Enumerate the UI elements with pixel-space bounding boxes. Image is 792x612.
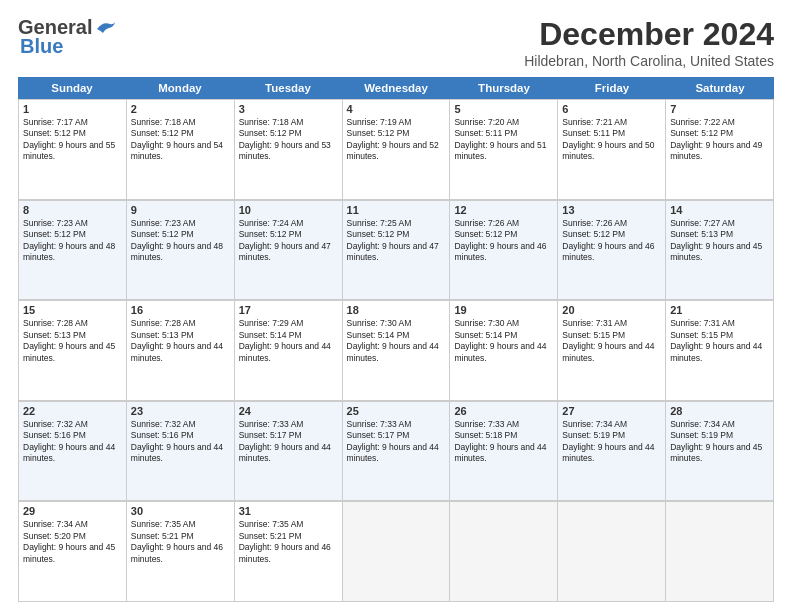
day-number: 23 [131,405,230,417]
calendar: SundayMondayTuesdayWednesdayThursdayFrid… [18,77,774,602]
day-cell-30: 30Sunrise: 7:35 AMSunset: 5:21 PMDayligh… [127,502,235,602]
empty-cell [450,502,558,602]
day-number: 8 [23,204,122,216]
month-title: December 2024 [524,16,774,53]
day-number: 14 [670,204,769,216]
day-cell-23: 23Sunrise: 7:32 AMSunset: 5:16 PMDayligh… [127,402,235,502]
day-number: 7 [670,103,769,115]
day-cell-5: 5Sunrise: 7:20 AMSunset: 5:11 PMDaylight… [450,100,558,200]
day-cell-24: 24Sunrise: 7:33 AMSunset: 5:17 PMDayligh… [235,402,343,502]
cell-info: Sunrise: 7:35 AMSunset: 5:21 PMDaylight:… [239,519,338,565]
cell-info: Sunrise: 7:33 AMSunset: 5:17 PMDaylight:… [347,419,446,465]
day-cell-1: 1Sunrise: 7:17 AMSunset: 5:12 PMDaylight… [19,100,127,200]
cell-info: Sunrise: 7:33 AMSunset: 5:17 PMDaylight:… [239,419,338,465]
cell-info: Sunrise: 7:29 AMSunset: 5:14 PMDaylight:… [239,318,338,364]
calendar-header: SundayMondayTuesdayWednesdayThursdayFrid… [18,77,774,99]
header-day-monday: Monday [126,77,234,99]
cell-info: Sunrise: 7:18 AMSunset: 5:12 PMDaylight:… [239,117,338,163]
cell-info: Sunrise: 7:26 AMSunset: 5:12 PMDaylight:… [454,218,553,264]
day-number: 16 [131,304,230,316]
cell-info: Sunrise: 7:20 AMSunset: 5:11 PMDaylight:… [454,117,553,163]
day-cell-29: 29Sunrise: 7:34 AMSunset: 5:20 PMDayligh… [19,502,127,602]
cell-info: Sunrise: 7:31 AMSunset: 5:15 PMDaylight:… [670,318,769,364]
title-block: December 2024 Hildebran, North Carolina,… [524,16,774,69]
day-cell-31: 31Sunrise: 7:35 AMSunset: 5:21 PMDayligh… [235,502,343,602]
day-number: 20 [562,304,661,316]
calendar-row-4: 22Sunrise: 7:32 AMSunset: 5:16 PMDayligh… [18,401,774,502]
day-number: 27 [562,405,661,417]
day-cell-27: 27Sunrise: 7:34 AMSunset: 5:19 PMDayligh… [558,402,666,502]
header-day-thursday: Thursday [450,77,558,99]
cell-info: Sunrise: 7:27 AMSunset: 5:13 PMDaylight:… [670,218,769,264]
cell-info: Sunrise: 7:23 AMSunset: 5:12 PMDaylight:… [131,218,230,264]
cell-info: Sunrise: 7:23 AMSunset: 5:12 PMDaylight:… [23,218,122,264]
cell-info: Sunrise: 7:17 AMSunset: 5:12 PMDaylight:… [23,117,122,163]
cell-info: Sunrise: 7:26 AMSunset: 5:12 PMDaylight:… [562,218,661,264]
cell-info: Sunrise: 7:32 AMSunset: 5:16 PMDaylight:… [23,419,122,465]
cell-info: Sunrise: 7:30 AMSunset: 5:14 PMDaylight:… [347,318,446,364]
day-number: 22 [23,405,122,417]
cell-info: Sunrise: 7:33 AMSunset: 5:18 PMDaylight:… [454,419,553,465]
empty-cell [343,502,451,602]
day-number: 5 [454,103,553,115]
day-cell-8: 8Sunrise: 7:23 AMSunset: 5:12 PMDaylight… [19,201,127,301]
logo-blue: Blue [20,35,63,58]
day-number: 4 [347,103,446,115]
location: Hildebran, North Carolina, United States [524,53,774,69]
day-number: 3 [239,103,338,115]
day-cell-28: 28Sunrise: 7:34 AMSunset: 5:19 PMDayligh… [666,402,774,502]
cell-info: Sunrise: 7:28 AMSunset: 5:13 PMDaylight:… [131,318,230,364]
day-cell-19: 19Sunrise: 7:30 AMSunset: 5:14 PMDayligh… [450,301,558,401]
cell-info: Sunrise: 7:25 AMSunset: 5:12 PMDaylight:… [347,218,446,264]
header: General Blue December 2024 Hildebran, No… [18,16,774,69]
empty-cell [558,502,666,602]
day-cell-10: 10Sunrise: 7:24 AMSunset: 5:12 PMDayligh… [235,201,343,301]
day-number: 31 [239,505,338,517]
day-number: 30 [131,505,230,517]
day-cell-15: 15Sunrise: 7:28 AMSunset: 5:13 PMDayligh… [19,301,127,401]
day-number: 19 [454,304,553,316]
day-cell-18: 18Sunrise: 7:30 AMSunset: 5:14 PMDayligh… [343,301,451,401]
day-number: 21 [670,304,769,316]
day-cell-7: 7Sunrise: 7:22 AMSunset: 5:12 PMDaylight… [666,100,774,200]
day-number: 25 [347,405,446,417]
cell-info: Sunrise: 7:35 AMSunset: 5:21 PMDaylight:… [131,519,230,565]
day-cell-9: 9Sunrise: 7:23 AMSunset: 5:12 PMDaylight… [127,201,235,301]
calendar-row-3: 15Sunrise: 7:28 AMSunset: 5:13 PMDayligh… [18,300,774,401]
day-cell-12: 12Sunrise: 7:26 AMSunset: 5:12 PMDayligh… [450,201,558,301]
cell-info: Sunrise: 7:18 AMSunset: 5:12 PMDaylight:… [131,117,230,163]
day-cell-6: 6Sunrise: 7:21 AMSunset: 5:11 PMDaylight… [558,100,666,200]
day-number: 29 [23,505,122,517]
cell-info: Sunrise: 7:31 AMSunset: 5:15 PMDaylight:… [562,318,661,364]
cell-info: Sunrise: 7:34 AMSunset: 5:19 PMDaylight:… [670,419,769,465]
calendar-body: 1Sunrise: 7:17 AMSunset: 5:12 PMDaylight… [18,99,774,602]
cell-info: Sunrise: 7:34 AMSunset: 5:19 PMDaylight:… [562,419,661,465]
day-cell-26: 26Sunrise: 7:33 AMSunset: 5:18 PMDayligh… [450,402,558,502]
day-number: 1 [23,103,122,115]
logo-bird-icon [95,19,117,37]
calendar-row-2: 8Sunrise: 7:23 AMSunset: 5:12 PMDaylight… [18,200,774,301]
day-cell-2: 2Sunrise: 7:18 AMSunset: 5:12 PMDaylight… [127,100,235,200]
day-cell-25: 25Sunrise: 7:33 AMSunset: 5:17 PMDayligh… [343,402,451,502]
header-day-saturday: Saturday [666,77,774,99]
day-number: 15 [23,304,122,316]
calendar-row-1: 1Sunrise: 7:17 AMSunset: 5:12 PMDaylight… [18,99,774,200]
day-cell-21: 21Sunrise: 7:31 AMSunset: 5:15 PMDayligh… [666,301,774,401]
day-number: 12 [454,204,553,216]
cell-info: Sunrise: 7:34 AMSunset: 5:20 PMDaylight:… [23,519,122,565]
header-day-sunday: Sunday [18,77,126,99]
day-cell-14: 14Sunrise: 7:27 AMSunset: 5:13 PMDayligh… [666,201,774,301]
empty-cell [666,502,774,602]
cell-info: Sunrise: 7:21 AMSunset: 5:11 PMDaylight:… [562,117,661,163]
header-day-wednesday: Wednesday [342,77,450,99]
day-cell-3: 3Sunrise: 7:18 AMSunset: 5:12 PMDaylight… [235,100,343,200]
day-cell-4: 4Sunrise: 7:19 AMSunset: 5:12 PMDaylight… [343,100,451,200]
header-day-tuesday: Tuesday [234,77,342,99]
day-cell-22: 22Sunrise: 7:32 AMSunset: 5:16 PMDayligh… [19,402,127,502]
header-day-friday: Friday [558,77,666,99]
day-number: 24 [239,405,338,417]
day-cell-17: 17Sunrise: 7:29 AMSunset: 5:14 PMDayligh… [235,301,343,401]
cell-info: Sunrise: 7:24 AMSunset: 5:12 PMDaylight:… [239,218,338,264]
cell-info: Sunrise: 7:28 AMSunset: 5:13 PMDaylight:… [23,318,122,364]
logo: General Blue [18,16,117,58]
